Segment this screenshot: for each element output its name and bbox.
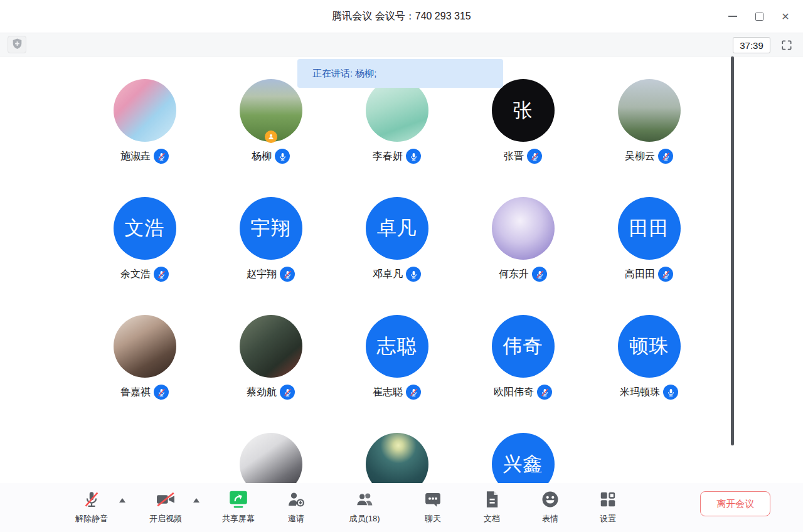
participant-name: 吴柳云	[625, 150, 655, 163]
mic-muted-icon	[406, 385, 421, 400]
participant-tile[interactable]	[334, 410, 460, 483]
participant-avatar-photo	[492, 197, 555, 260]
host-badge-icon	[265, 130, 277, 143]
toolbar-label: 文档	[483, 513, 501, 524]
share-screen-icon	[222, 488, 255, 511]
mic-muted-icon	[154, 149, 169, 164]
mic-on-icon	[663, 385, 678, 400]
participant-name: 鲁嘉祺	[120, 386, 151, 399]
participant-name: 米玛顿珠	[620, 386, 660, 399]
window-controls: ✕	[723, 0, 795, 33]
mic-muted-icon	[658, 267, 673, 282]
participant-avatar-initials: 文浩	[114, 197, 176, 260]
toolbar-settings-button[interactable]: 设置	[598, 488, 617, 524]
participant-avatar-initials: 兴鑫	[492, 433, 555, 483]
participant-avatar-initials: 顿珠	[618, 315, 681, 378]
avatar-initials-text: 张	[513, 97, 533, 124]
mic-on-icon	[275, 149, 290, 164]
speaking-banner-text: 正在讲话: 杨柳;	[312, 68, 377, 80]
participant-name: 余文浩	[120, 268, 151, 281]
avatar-initials-text: 田田	[629, 215, 669, 242]
avatar-initials-text: 顿珠	[629, 333, 669, 359]
participant-name: 高田田	[625, 268, 655, 281]
toolbar-invite-button[interactable]: 邀请	[287, 488, 306, 524]
participant-name: 蔡劲航	[247, 386, 277, 399]
avatar-initials-text: 伟奇	[503, 333, 543, 359]
toolbar-emoji-button[interactable]: 表情	[541, 488, 560, 524]
participant-name: 张晋	[504, 150, 524, 163]
close-icon[interactable]: ✕	[775, 6, 795, 26]
participant-avatar-photo	[366, 79, 428, 142]
toolbar-label: 解除静音	[75, 513, 108, 524]
members-icon	[349, 488, 380, 511]
toolbar-label: 共享屏幕	[222, 513, 255, 524]
participant-tile[interactable]	[208, 410, 334, 483]
meeting-security-button[interactable]	[8, 36, 26, 53]
toolbar-label: 设置	[598, 513, 617, 524]
participant-tile[interactable]: 田田高田田	[586, 174, 712, 292]
camera-off-icon	[149, 488, 182, 511]
participant-tile[interactable]: 文浩余文浩	[82, 174, 208, 292]
settings-icon	[598, 488, 617, 511]
toolbar-label: 邀请	[287, 513, 306, 524]
toolbar-mic-muted-button[interactable]: 解除静音	[75, 488, 108, 524]
toolbar-label: 表情	[541, 513, 560, 524]
participant-tile[interactable]: 伟奇欧阳伟奇	[460, 292, 586, 410]
mic-on-icon	[406, 149, 421, 164]
leave-meeting-button[interactable]: 离开会议	[700, 491, 770, 516]
participant-tile[interactable]: 顿珠米玛顿珠	[586, 292, 712, 410]
toolbar-items: 解除静音开启视频共享屏幕邀请成员(18)聊天文档表情设置	[0, 483, 803, 532]
caret-up-icon[interactable]	[193, 498, 199, 503]
participant-avatar-photo	[114, 79, 176, 142]
participant-avatar-photo	[240, 315, 302, 378]
chat-icon	[423, 488, 442, 511]
participant-tile[interactable]: 施淑垚	[82, 56, 208, 174]
mic-muted-icon	[154, 267, 169, 282]
scrollbar-thumb[interactable]	[731, 56, 734, 445]
participant-name: 施淑垚	[120, 150, 151, 163]
participant-avatar-initials: 田田	[618, 197, 681, 260]
docs-icon	[483, 488, 501, 511]
mic-muted-icon	[154, 385, 169, 400]
fullscreen-icon[interactable]	[779, 38, 794, 53]
speaking-banner: 正在讲话: 杨柳;	[297, 59, 503, 88]
meeting-top-toolbar: 37:39	[0, 33, 803, 56]
avatar-initials-text: 卓凡	[377, 215, 417, 242]
mic-muted-icon	[537, 385, 552, 400]
participant-tile[interactable]: 兴鑫	[460, 410, 586, 483]
mic-muted-icon	[280, 385, 295, 400]
shield-plus-icon	[12, 38, 23, 51]
participant-tile[interactable]: 志聪崔志聪	[334, 292, 460, 410]
participant-name: 赵宇翔	[247, 268, 277, 281]
participant-avatar-photo	[618, 79, 681, 142]
mic-muted-icon	[658, 149, 673, 164]
toolbar-share-screen-button[interactable]: 共享屏幕	[222, 488, 255, 524]
participant-name: 崔志聪	[373, 386, 403, 399]
avatar-initials-text: 宇翔	[251, 215, 291, 242]
window-title: 腾讯会议 会议号：740 293 315	[0, 0, 803, 33]
participant-name: 邓卓凡	[373, 268, 403, 281]
toolbar-members-button[interactable]: 成员(18)	[349, 488, 380, 524]
participant-avatar-initials: 伟奇	[492, 315, 555, 378]
maximize-icon[interactable]	[749, 6, 769, 26]
participant-name: 何东升	[499, 268, 529, 281]
participant-tile[interactable]: 鲁嘉祺	[82, 292, 208, 410]
minimize-icon[interactable]	[723, 6, 743, 26]
participant-tile[interactable]: 何东升	[460, 174, 586, 292]
participant-avatar-photo: 张	[492, 79, 555, 142]
participant-tile[interactable]: 蔡劲航	[208, 292, 334, 410]
mic-muted-icon	[75, 488, 108, 511]
participant-tile[interactable]: 吴柳云	[586, 56, 712, 174]
participant-avatar-photo	[240, 433, 302, 483]
toolbar-camera-off-button[interactable]: 开启视频	[149, 488, 182, 524]
caret-up-icon[interactable]	[119, 498, 125, 503]
participant-tile[interactable]: 卓凡邓卓凡	[334, 174, 460, 292]
bottom-toolbar: 解除静音开启视频共享屏幕邀请成员(18)聊天文档表情设置 离开会议	[0, 483, 803, 532]
participant-tile[interactable]: 宇翔赵宇翔	[208, 174, 334, 292]
participant-name: 李春妍	[373, 150, 403, 163]
mic-muted-icon	[527, 149, 542, 164]
toolbar-chat-button[interactable]: 聊天	[423, 488, 442, 524]
meeting-duration: 37:39	[733, 37, 770, 53]
toolbar-docs-button[interactable]: 文档	[483, 488, 501, 524]
mic-muted-icon	[532, 267, 547, 282]
